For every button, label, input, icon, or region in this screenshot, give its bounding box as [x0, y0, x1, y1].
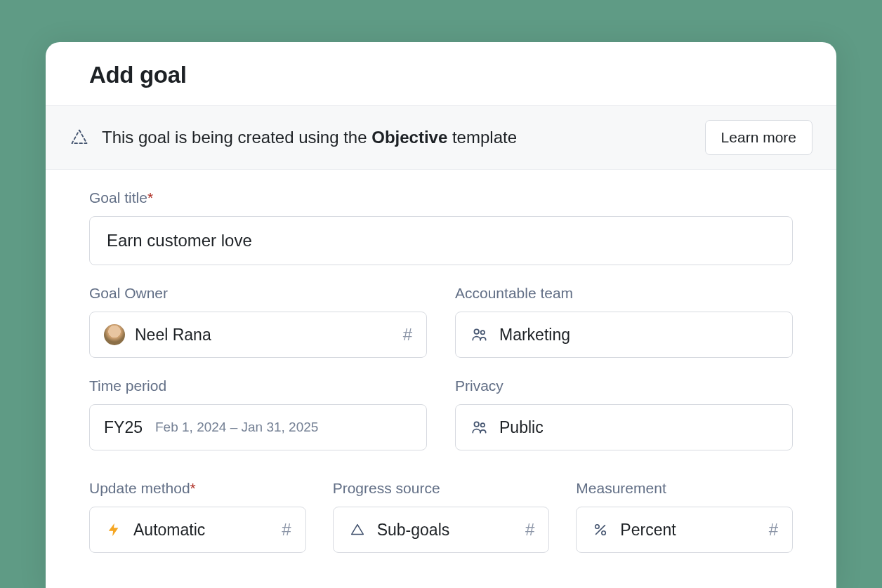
time-period-field: Time period FY25 Feb 1, 2024 – Jan 31, 2…	[89, 377, 427, 450]
goal-title-label: Goal title*	[89, 189, 793, 206]
measurement-select[interactable]: Percent #	[576, 507, 793, 553]
privacy-select[interactable]: Public	[455, 404, 793, 450]
update-method-value: Automatic	[133, 521, 205, 540]
goal-owner-label: Goal Owner	[89, 285, 427, 302]
accountable-team-value: Marketing	[499, 326, 570, 345]
team-icon	[470, 325, 489, 345]
update-method-label: Update method*	[89, 480, 306, 497]
template-triangle-icon	[70, 128, 89, 147]
time-period-value: FY25	[104, 418, 143, 437]
update-method-select[interactable]: Automatic #	[89, 507, 306, 553]
hash-icon: #	[769, 520, 778, 540]
measurement-field: Measurement Percent #	[576, 480, 793, 553]
lightning-icon	[104, 520, 124, 540]
template-banner: This goal is being created using the Obj…	[46, 105, 836, 170]
time-period-select[interactable]: FY25 Feb 1, 2024 – Jan 31, 2025	[89, 404, 427, 450]
measurement-value: Percent	[620, 521, 676, 540]
measurement-label: Measurement	[576, 480, 793, 497]
hash-icon: #	[525, 520, 534, 540]
percent-icon	[591, 520, 610, 540]
accountable-team-field: Accountable team Marketing	[455, 285, 793, 358]
goal-title-field: Goal title*	[89, 189, 793, 265]
accountable-team-select[interactable]: Marketing	[455, 312, 793, 358]
update-method-field: Update method* Automatic #	[89, 480, 306, 553]
privacy-value: Public	[499, 418, 544, 437]
modal-header: Add goal	[46, 42, 836, 105]
form-body: Goal title* Goal Owner Neel Rana # Accou…	[46, 170, 836, 553]
svg-point-1	[481, 330, 485, 334]
hash-icon: #	[403, 325, 412, 345]
svg-line-6	[596, 526, 605, 535]
goal-owner-select[interactable]: Neel Rana #	[89, 312, 427, 358]
goal-owner-field: Goal Owner Neel Rana #	[89, 285, 427, 358]
svg-point-2	[474, 422, 479, 427]
time-period-label: Time period	[89, 377, 427, 394]
progress-source-label: Progress source	[333, 480, 550, 497]
goal-owner-value: Neel Rana	[135, 326, 211, 345]
privacy-field: Privacy Public	[455, 377, 793, 450]
progress-source-select[interactable]: Sub-goals #	[333, 507, 550, 553]
time-period-range: Feb 1, 2024 – Jan 31, 2025	[155, 420, 318, 435]
people-icon	[470, 417, 489, 437]
privacy-label: Privacy	[455, 377, 793, 394]
svg-point-0	[474, 329, 479, 334]
progress-source-value: Sub-goals	[377, 521, 450, 540]
template-text: This goal is being created using the Obj…	[102, 128, 517, 147]
svg-point-4	[595, 525, 600, 529]
accountable-team-label: Accountable team	[455, 285, 793, 302]
avatar	[104, 324, 125, 345]
learn-more-button[interactable]: Learn more	[705, 120, 812, 155]
svg-point-3	[481, 423, 485, 427]
triangle-icon	[348, 520, 367, 540]
add-goal-modal: Add goal This goal is being created usin…	[46, 42, 836, 588]
modal-title: Add goal	[89, 62, 793, 88]
hash-icon: #	[282, 520, 291, 540]
progress-source-field: Progress source Sub-goals #	[333, 480, 550, 553]
svg-point-5	[602, 531, 606, 535]
goal-title-input[interactable]	[89, 216, 793, 265]
